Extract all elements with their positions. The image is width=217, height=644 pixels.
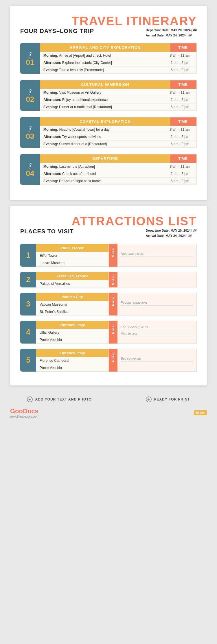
note-text: Note that this list: [121, 252, 193, 257]
day-text: day: [28, 88, 32, 95]
activity-text: Morning: Last-minute [Attraction]: [43, 165, 167, 169]
day-04-header: DEPARTURETIME:: [40, 154, 196, 163]
activity-text: Afternoon: Explore the historic [City Ce…: [43, 61, 167, 65]
activity-time: 1 pm - 5 pm: [167, 172, 193, 176]
activity-text: Afternoon: Enjoy a traditional experienc…: [43, 98, 167, 102]
attraction-1-block: 1Paris, FranceEiffel TowerLouvre MuseumN…: [20, 244, 197, 267]
day-activity-row: Evening: Departure flight back home6 pm …: [40, 177, 196, 184]
att-departure-date: MAY 20, 2024 | ##: [170, 229, 197, 232]
brand-logo: GooDocs: [10, 407, 38, 415]
activity-text: Evening: Departure flight back home: [43, 179, 167, 183]
day-text: day: [28, 51, 32, 58]
time-badge: TIME:: [170, 80, 196, 89]
note-content: Note that this list: [117, 244, 197, 267]
attraction-place-item: Ponte Vecchio: [36, 336, 108, 343]
itinerary-title: TRAVEL ITINERARY: [20, 14, 197, 28]
activity-time: 1 pm - 5 pm: [167, 61, 193, 65]
activity-text: Evening: Dinner at a traditional [Restau…: [43, 105, 167, 109]
print-icon: +: [146, 396, 152, 402]
attraction-city: Florence, Italy: [36, 349, 108, 357]
attractions-title: ATTRACTIONS LIST: [20, 214, 197, 228]
departure-date: MAY 20, 2024 | ##: [170, 28, 197, 32]
day-num: 03: [26, 132, 34, 140]
footer-bar: + ADD YOUR TEXT AND PHOTO + READY FOR PR…: [0, 391, 217, 405]
attraction-place-item: Uffizi Gallery: [36, 329, 108, 336]
attractions-subtitle-row: PLACES TO VISIT Departure Date: MAY 20, …: [20, 228, 197, 238]
note-col: Note:: [109, 349, 117, 372]
note-content: The specific placesPlan to visit: [117, 321, 197, 344]
day-activity-row: Afternoon: Try water sports activities1 …: [40, 133, 196, 140]
day-activity-row: Evening: Sunset dinner at a [Restaurant]…: [40, 140, 196, 147]
brand-section: GooDocs www.thegoodocs.com: [10, 407, 38, 418]
attraction-city: Versailles, France: [36, 272, 108, 280]
day-activity-row: Evening: Dinner at a traditional [Restau…: [40, 103, 196, 110]
time-badge: TIME:: [170, 117, 196, 126]
brand-name-2: D: [23, 407, 27, 415]
attraction-4-num: 4: [20, 321, 36, 344]
day-03-block: day03COASTAL EXPLORATIONTIME:Morning: He…: [20, 117, 197, 148]
attraction-place-item: Ponte Vecchio: [36, 364, 108, 371]
note-content: Popular attractions: [117, 293, 197, 315]
time-badge: TIME:: [170, 43, 196, 52]
attraction-place-item: St. Peter's Basilica: [36, 308, 108, 315]
ready-print-item[interactable]: + READY FOR PRINT: [146, 396, 190, 402]
attraction-3-num: 3: [20, 293, 36, 315]
attraction-2-content: Versailles, FrancePalace of Versailles: [36, 272, 109, 287]
day-04-content: DEPARTURETIME:Morning: Last-minute [Attr…: [40, 154, 197, 185]
day-03-label: day03: [20, 117, 40, 148]
attraction-2-num: 2: [20, 272, 36, 287]
attraction-place-item: Louvre Museum: [36, 259, 108, 266]
activity-text: Morning: Visit Museum or Art Gallery: [43, 91, 167, 95]
activity-time: 6 pm - 9 pm: [167, 179, 193, 183]
day-text: day: [28, 162, 32, 169]
add-icon: +: [27, 396, 33, 402]
day-text: day: [28, 125, 32, 132]
attraction-place-item: Palace of Versailles: [36, 280, 108, 287]
activity-text: Afternoon: Try water sports activities: [43, 135, 167, 139]
day-activity-row: Morning: Head to [Coastal Town] for a da…: [40, 126, 196, 133]
note-col: Note:: [109, 321, 117, 344]
day-04-label: day04: [20, 154, 40, 185]
attraction-1-content: Paris, FranceEiffel TowerLouvre Museum: [36, 244, 109, 267]
arrival-date: MAY 24, 2024 | ##: [165, 34, 192, 37]
note-col: Note:: [109, 272, 117, 287]
day-02-header: CULTURAL IMMERSIONTIME:: [40, 80, 196, 89]
arrival-label: Arrival Date:: [146, 34, 165, 37]
activity-time: 6 pm - 9 pm: [167, 142, 193, 146]
day-03-content: COASTAL EXPLORATIONTIME:Morning: Head to…: [40, 117, 197, 148]
activity-time: 6 pm - 9 pm: [167, 68, 193, 72]
day-title: COASTAL EXPLORATION: [40, 117, 170, 126]
note-content: [117, 272, 197, 287]
attractions-page: ATTRACTIONS LIST PLACES TO VISIT Departu…: [10, 206, 207, 385]
day-02-block: day02CULTURAL IMMERSIONTIME:Morning: Vis…: [20, 80, 197, 111]
note-text: The specific places: [121, 325, 193, 330]
note-label: Note:: [111, 321, 115, 336]
activity-time: 6 pm - 9 pm: [167, 105, 193, 109]
attraction-4-block: 4Florence, ItalyUffizi GalleryPonte Vecc…: [20, 321, 197, 344]
day-activity-row: Afternoon: Enjoy a traditional experienc…: [40, 96, 196, 103]
brand-name-3: ocs: [27, 407, 38, 415]
att-departure-label: Departure Date:: [146, 229, 170, 232]
note-col: Note:: [109, 244, 117, 267]
activity-text: Morning: Arrive at [Airport] and check H…: [43, 53, 167, 58]
att-arrival-label: Arrival Date:: [146, 234, 165, 237]
day-activity-row: Afternoon: Explore the historic [City Ce…: [40, 59, 196, 66]
attraction-2-block: 2Versailles, FrancePalace of VersaillesN…: [20, 272, 197, 287]
note-text: Popular attractions: [121, 301, 193, 306]
itinerary-days: day01ARRIVAL AND CITY EXPLORATIONTIME:Mo…: [20, 43, 197, 185]
brand-bar: GooDocs www.thegoodocs.com Slides: [0, 405, 217, 421]
att-arrival-date: MAY 24, 2024 | ##: [165, 234, 192, 237]
attraction-city: Vatican City: [36, 293, 108, 301]
note-label: Note:: [111, 349, 115, 364]
day-num: 01: [26, 58, 34, 66]
note-col: Note:: [109, 293, 117, 315]
activity-text: Afternoon: Check out of the hotel: [43, 172, 167, 176]
day-01-content: ARRIVAL AND CITY EXPLORATIONTIME:Morning…: [40, 43, 197, 74]
add-text-item[interactable]: + ADD YOUR TEXT AND PHOTO: [27, 396, 91, 402]
day-activity-row: Morning: Visit Museum or Art Gallery8 am…: [40, 89, 196, 96]
day-title: DEPARTURE: [40, 154, 170, 163]
attraction-city: Florence, Italy: [36, 321, 108, 329]
activity-text: Morning: Head to [Coastal Town] for a da…: [43, 128, 167, 132]
attraction-place-item: Vatican Museums: [36, 301, 108, 308]
itinerary-subtitle: FOUR DAYS–LONG TRIP: [20, 28, 94, 34]
